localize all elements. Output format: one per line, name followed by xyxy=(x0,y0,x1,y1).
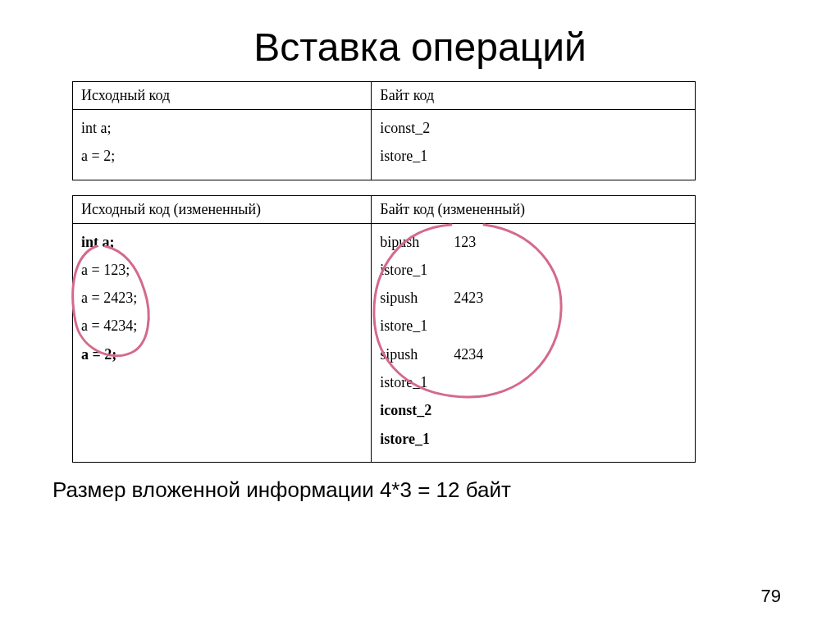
code-line: istore_1 xyxy=(380,372,687,392)
opcode: istore_1 xyxy=(380,317,427,334)
code-line: a = 2423; xyxy=(81,288,363,308)
table-original: Исходный код Байт код int a; a = 2; icon… xyxy=(72,81,696,180)
opcode: bipush xyxy=(380,232,454,252)
code-line: a = 2; xyxy=(81,345,363,364)
code-line: a = 4234; xyxy=(81,316,363,336)
code-line: int a; xyxy=(81,232,363,252)
slide-title: Вставка операций xyxy=(49,25,791,70)
opcode: sipush xyxy=(380,345,454,364)
table1-header-bytecode: Байт код xyxy=(372,82,696,110)
code-line: a = 123; xyxy=(81,260,363,280)
table2-cell-bytecode: bipush123 istore_1 sipush2423 istore_1 s… xyxy=(372,223,696,462)
table1-cell-source: int a; a = 2; xyxy=(73,110,372,180)
slide: Вставка операций Исходный код Байт код i… xyxy=(0,0,840,630)
operand: 4234 xyxy=(454,346,483,363)
table2-wrap: Исходный код (измененный) Байт код (изме… xyxy=(49,195,791,463)
code-line: iconst_2 xyxy=(380,118,687,138)
code-line: istore_1 xyxy=(380,146,687,166)
operand: 2423 xyxy=(454,290,483,306)
code-line: istore_1 xyxy=(380,316,687,336)
opcode: iconst_2 xyxy=(380,402,431,418)
operand: 123 xyxy=(454,234,476,250)
table2-cell-source: int a; a = 123; a = 2423; a = 4234; a = … xyxy=(73,223,372,462)
code-line: istore_1 xyxy=(380,429,687,449)
opcode: istore_1 xyxy=(380,431,430,447)
code-line: sipush2423 xyxy=(380,288,687,308)
table2-header-bytecode: Байт код (измененный) xyxy=(372,195,696,223)
code-line: sipush4234 xyxy=(380,345,687,364)
table-modified: Исходный код (измененный) Байт код (изме… xyxy=(72,195,696,463)
table2-header-source: Исходный код (измененный) xyxy=(73,195,372,223)
table1-wrap: Исходный код Байт код int a; a = 2; icon… xyxy=(49,81,791,180)
code-line: a = 2; xyxy=(81,146,363,166)
table1-header-source: Исходный код xyxy=(73,82,372,110)
opcode: istore_1 xyxy=(380,374,427,390)
code-line: istore_1 xyxy=(380,260,687,280)
caption-text: Размер вложенной информации 4*3 = 12 бай… xyxy=(52,477,791,503)
code-line: bipush123 xyxy=(380,232,687,252)
code-line: iconst_2 xyxy=(380,400,687,420)
opcode: sipush xyxy=(380,288,454,308)
opcode: istore_1 xyxy=(380,262,427,278)
table1-cell-bytecode: iconst_2 istore_1 xyxy=(372,110,696,180)
code-line: int a; xyxy=(81,118,363,138)
page-number: 79 xyxy=(761,586,781,607)
